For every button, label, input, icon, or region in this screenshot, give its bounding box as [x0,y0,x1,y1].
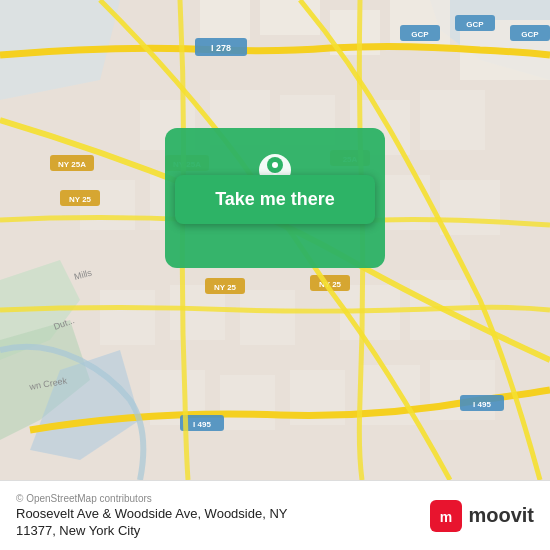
take-me-there-button[interactable]: Take me there [175,175,375,224]
svg-text:I 495: I 495 [473,400,491,409]
moovit-logo: m moovit [430,500,534,532]
svg-text:I 278: I 278 [211,43,231,53]
svg-text:NY 25A: NY 25A [58,160,86,169]
map-container: I 278 GCP GCP GCP NY 25A NY 25A 25A NY 2… [0,0,550,480]
copyright-text: © OpenStreetMap contributors [16,493,287,504]
svg-rect-21 [100,290,155,345]
svg-point-61 [272,162,278,168]
footer: © OpenStreetMap contributors Roosevelt A… [0,480,550,550]
button-label: Take me there [215,189,335,210]
svg-rect-20 [440,180,500,235]
svg-rect-15 [420,90,485,150]
svg-rect-6 [200,0,250,40]
svg-rect-7 [260,0,320,35]
city-text: 11377, New York City [16,523,287,538]
svg-text:NY 25: NY 25 [214,283,237,292]
svg-text:GCP: GCP [521,30,539,39]
moovit-text: moovit [468,504,534,527]
svg-rect-27 [220,375,275,430]
svg-text:m: m [440,509,452,525]
svg-text:I 495: I 495 [193,420,211,429]
footer-left: © OpenStreetMap contributors Roosevelt A… [16,493,287,538]
svg-rect-23 [240,290,295,345]
address-text: Roosevelt Ave & Woodside Ave, Woodside, … [16,506,287,521]
svg-text:NY 25: NY 25 [69,195,92,204]
moovit-icon: m [430,500,462,532]
svg-text:GCP: GCP [411,30,429,39]
svg-text:GCP: GCP [466,20,484,29]
